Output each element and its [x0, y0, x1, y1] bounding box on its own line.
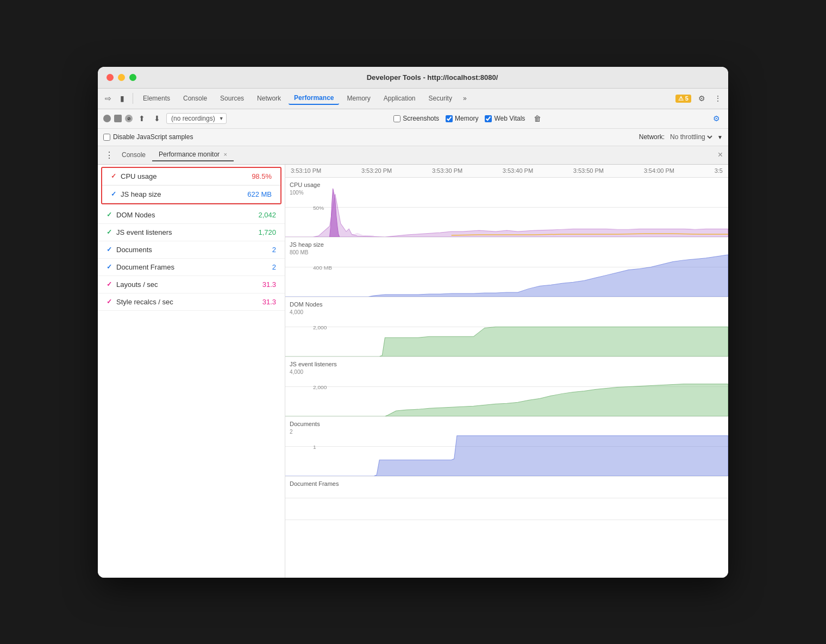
window-controls — [107, 74, 136, 81]
download-icon[interactable]: ⬇ — [151, 112, 163, 124]
cursor-icon[interactable]: ⇨ — [102, 92, 114, 104]
throttle-chevron-icon: ▼ — [717, 134, 723, 140]
docs-check-icon: ✓ — [107, 246, 112, 253]
frames-chart: Document Frames — [285, 477, 728, 520]
maximize-window-button[interactable] — [129, 74, 136, 81]
metric-frames[interactable]: ✓ Document Frames 2 — [98, 259, 285, 276]
docs-chart-label: Documents 2 — [290, 420, 320, 436]
tab-performance-monitor[interactable]: Performance monitor × — [152, 148, 234, 161]
settings-icon[interactable]: ⚙ — [696, 92, 708, 104]
performance-settings-icon[interactable]: ⚙ — [711, 112, 723, 124]
heap-metric-value: 622 MB — [247, 190, 272, 198]
memory-checkbox-label[interactable]: Memory — [446, 115, 478, 122]
svg-text:2,000: 2,000 — [313, 384, 327, 390]
cpu-metric-name: CPU usage — [121, 172, 252, 180]
svg-text:50%: 50% — [313, 205, 324, 211]
web-vitals-checkbox[interactable] — [485, 115, 492, 122]
minimize-window-button[interactable] — [118, 74, 125, 81]
time-label-4: 3:53:50 PM — [573, 167, 604, 174]
upload-icon[interactable]: ⬆ — [136, 112, 148, 124]
charts-scroll[interactable]: CPU usage 100% 50% — [285, 178, 728, 578]
dom-chart: DOM Nodes 4,000 2,000 — [285, 297, 728, 357]
warning-badge: ⚠ 5 — [675, 95, 691, 103]
cpu-check-icon: ✓ — [111, 172, 116, 180]
reload-button[interactable] — [114, 115, 122, 122]
recording-bar: ⊘ ⬆ ⬇ (no recordings) ▼ Screenshots Memo… — [98, 109, 728, 129]
metric-heap[interactable]: ✓ JS heap size 622 MB — [102, 185, 280, 203]
dom-metric-value: 2,042 — [258, 211, 276, 219]
metric-events[interactable]: ✓ JS event listeners 1,720 — [98, 224, 285, 241]
tab-security[interactable]: Security — [423, 92, 458, 104]
metric-dom[interactable]: ✓ DOM Nodes 2,042 — [98, 207, 285, 224]
screenshots-checkbox-label[interactable]: Screenshots — [393, 115, 439, 122]
record-button[interactable] — [103, 115, 111, 122]
title-bar: Developer Tools - http://localhost:8080/ — [98, 67, 728, 89]
time-label-5: 3:54:00 PM — [644, 167, 674, 174]
metric-docs[interactable]: ✓ Documents 2 — [98, 241, 285, 259]
delete-recordings-icon[interactable]: 🗑 — [531, 112, 543, 124]
frames-chart-label: Document Frames — [290, 480, 339, 488]
time-label-0: 3:53:10 PM — [291, 167, 321, 174]
toolbar-separator — [133, 93, 133, 104]
docs-chart: Documents 2 1 — [285, 417, 728, 477]
memory-checkbox[interactable] — [446, 115, 453, 122]
events-metric-name: JS event listeners — [116, 228, 258, 236]
throttle-select[interactable]: No throttling — [668, 133, 714, 141]
metric-cpu[interactable]: ✓ CPU usage 98.5% — [102, 168, 280, 185]
frames-metric-name: Document Frames — [116, 263, 272, 271]
layouts-check-icon: ✓ — [107, 280, 112, 288]
tab-application[interactable]: Application — [378, 92, 421, 104]
tab-network[interactable]: Network — [252, 92, 286, 104]
main-content: ✓ CPU usage 98.5% ✓ JS heap size 622 MB … — [98, 165, 728, 578]
time-label-3: 3:53:40 PM — [503, 167, 533, 174]
tab-close-button[interactable]: × — [223, 151, 227, 158]
style-metric-value: 31.3 — [262, 298, 276, 306]
time-labels: 3:53:10 PM 3:53:20 PM 3:53:30 PM 3:53:40… — [291, 167, 723, 174]
filter-bar: Disable JavaScript samples Network: No t… — [98, 129, 728, 146]
devtools-window: Developer Tools - http://localhost:8080/… — [98, 67, 728, 578]
heap-chart-label: JS heap size 800 MB — [290, 241, 324, 257]
tab-elements[interactable]: Elements — [137, 92, 176, 104]
dom-check-icon: ✓ — [107, 211, 112, 218]
cpu-chart-label: CPU usage 100% — [290, 181, 320, 197]
style-metric-name: Style recalcs / sec — [116, 298, 262, 306]
tab-memory[interactable]: Memory — [341, 92, 376, 104]
panel-menu-button[interactable]: ⋮ — [103, 149, 115, 161]
svg-text:400 MB: 400 MB — [313, 265, 332, 271]
tab-console-panel[interactable]: Console — [115, 149, 152, 161]
main-toolbar: ⇨ ▮ Elements Console Sources Network Per… — [98, 89, 728, 109]
tab-console[interactable]: Console — [178, 92, 212, 104]
events-check-icon: ✓ — [107, 228, 112, 236]
events-chart: JS event listeners 4,000 2,000 — [285, 357, 728, 417]
svg-text:1: 1 — [313, 444, 316, 450]
close-window-button[interactable] — [107, 74, 114, 81]
cpu-chart: CPU usage 100% 50% — [285, 178, 728, 237]
tab-performance[interactable]: Performance — [289, 92, 339, 105]
screenshots-checkbox[interactable] — [393, 115, 401, 122]
more-options-icon[interactable]: ⋮ — [712, 92, 724, 104]
dom-metric-name: DOM Nodes — [116, 211, 258, 219]
stop-button[interactable]: ⊘ — [125, 115, 133, 122]
web-vitals-checkbox-label[interactable]: Web Vitals — [485, 115, 525, 122]
metric-style[interactable]: ✓ Style recalcs / sec 31.3 — [98, 293, 285, 311]
events-metric-value: 1,720 — [258, 228, 276, 236]
tab-sources[interactable]: Sources — [215, 92, 249, 104]
layouts-metric-name: Layouts / sec — [116, 280, 262, 289]
panel-close-button[interactable]: × — [718, 151, 723, 159]
time-label-1: 3:53:20 PM — [361, 167, 392, 174]
metric-layouts[interactable]: ✓ Layouts / sec 31.3 — [98, 276, 285, 293]
heap-metric-name: JS heap size — [121, 190, 247, 198]
tabs-bar: ⋮ Console Performance monitor × × — [98, 146, 728, 165]
disable-js-checkbox[interactable] — [103, 134, 110, 141]
more-tabs-button[interactable]: » — [460, 93, 470, 103]
heap-check-icon: ✓ — [111, 190, 116, 198]
metrics-sidebar: ✓ CPU usage 98.5% ✓ JS heap size 622 MB … — [98, 165, 285, 578]
recordings-dropdown[interactable]: (no recordings) ▼ — [166, 113, 227, 124]
style-check-icon: ✓ — [107, 298, 112, 305]
chart-area: 3:53:10 PM 3:53:20 PM 3:53:30 PM 3:53:40… — [285, 165, 728, 578]
docs-metric-value: 2 — [272, 246, 276, 254]
docs-metric-name: Documents — [116, 246, 272, 254]
device-icon[interactable]: ▮ — [116, 92, 128, 104]
events-chart-label: JS event listeners 4,000 — [290, 360, 337, 376]
disable-js-label[interactable]: Disable JavaScript samples — [103, 133, 193, 141]
